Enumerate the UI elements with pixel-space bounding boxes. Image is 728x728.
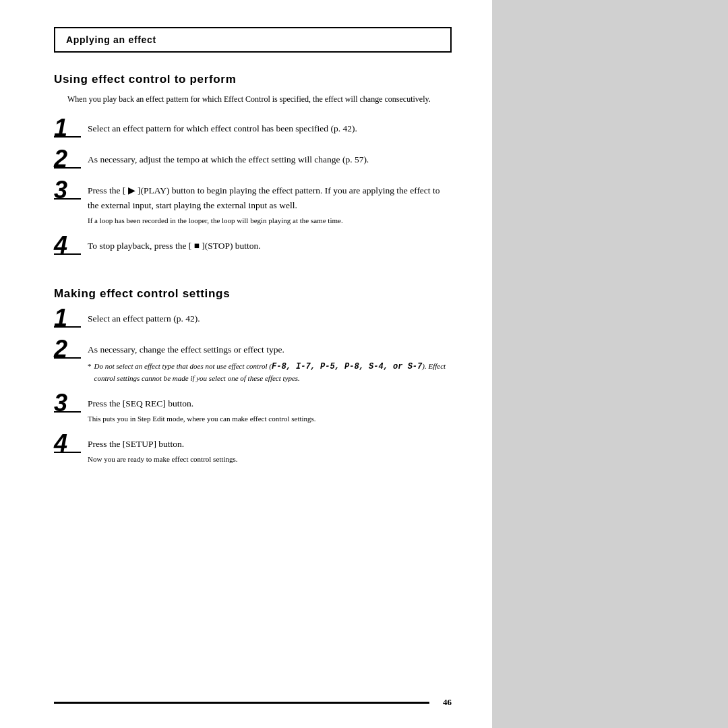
s2-step2-footnote: * Do not select an effect type that does…	[88, 361, 452, 384]
header-box: Applying an effect	[54, 27, 452, 53]
header-title: Applying an effect	[66, 34, 156, 45]
s2-step3-note: This puts you in Step Edit mode, where y…	[88, 413, 452, 425]
s2-step-number-1: 1	[54, 306, 88, 330]
section2-steps: 1 Select an effect pattern (p. 42). 2 As…	[54, 309, 452, 475]
s2-step3-content: Press the [SEQ REC] button. This puts yo…	[88, 394, 452, 425]
section1-intro: When you play back an effect pattern for…	[67, 93, 452, 105]
step-number-2: 2	[54, 147, 88, 171]
step3-note: If a loop has been recorded in the loope…	[88, 215, 452, 226]
section2-step3: 3 Press the [SEQ REC] button. This puts …	[54, 394, 452, 425]
s2-step-number-2: 2	[54, 337, 88, 361]
step3-text: Press the [ ▶ ](PLAY) button to begin pl…	[88, 183, 452, 212]
step-number-1: 1	[54, 116, 88, 140]
s2-step-number-4: 4	[54, 431, 88, 456]
footnote-prefix: Do not select an effect type that does n…	[94, 362, 272, 370]
footnote-text: Do not select an effect type that does n…	[94, 361, 452, 384]
s2-step1-content: Select an effect pattern (p. 42).	[88, 309, 452, 329]
s2-step4-content: Press the [SETUP] button. Now you are re…	[88, 434, 452, 465]
page-number: 46	[443, 697, 452, 708]
step-number-4: 4	[54, 233, 88, 257]
step4-content: To stop playback, press the [ ■ ](STOP) …	[88, 236, 452, 256]
asterisk-symbol: *	[88, 361, 92, 372]
step4-text: To stop playback, press the [ ■ ](STOP) …	[88, 239, 452, 253]
section1-step1: 1 Select an effect pattern for which eff…	[54, 119, 452, 140]
footnote-codes: F-8, I-7, P-5, P-8, S-4, or S-7	[272, 362, 422, 371]
section1-step2: 2 As necessary, adjust the tempo at whic…	[54, 150, 452, 171]
s2-step2-content: As necessary, change the effect settings…	[88, 340, 452, 384]
section1-title: Using effect control to perform	[54, 73, 452, 86]
s2-step-number-3: 3	[54, 391, 88, 415]
step2-content: As necessary, adjust the tempo at which …	[88, 150, 452, 170]
section1-step3: 3 Press the [ ▶ ](PLAY) button to begin …	[54, 181, 452, 226]
step-number-3: 3	[54, 178, 88, 202]
section1-steps: 1 Select an effect pattern for which eff…	[54, 119, 452, 267]
bottom-bar: 46	[54, 697, 452, 708]
section2-title: Making effect control settings	[54, 287, 452, 301]
sidebar	[492, 0, 728, 728]
s2-step4-text: Press the [SETUP] button.	[88, 437, 452, 452]
s2-step3-text: Press the [SEQ REC] button.	[88, 396, 452, 411]
s2-step2-text: As necessary, change the effect settings…	[88, 342, 452, 357]
s2-step4-note: Now you are ready to make effect control…	[88, 454, 452, 465]
main-content: Applying an effect Using effect control …	[0, 0, 492, 728]
section2-step4: 4 Press the [SETUP] button. Now you are …	[54, 434, 452, 465]
section2-step1: 1 Select an effect pattern (p. 42).	[54, 309, 452, 330]
section2-step2: 2 As necessary, change the effect settin…	[54, 340, 452, 384]
bottom-line	[54, 702, 429, 704]
step1-content: Select an effect pattern for which effec…	[88, 119, 452, 139]
section1-step4: 4 To stop playback, press the [ ■ ](STOP…	[54, 236, 452, 257]
s2-step1-text: Select an effect pattern (p. 42).	[88, 311, 452, 326]
step1-text: Select an effect pattern for which effec…	[88, 121, 452, 136]
step3-content: Press the [ ▶ ](PLAY) button to begin pl…	[88, 181, 452, 226]
step2-text: As necessary, adjust the tempo at which …	[88, 152, 452, 167]
